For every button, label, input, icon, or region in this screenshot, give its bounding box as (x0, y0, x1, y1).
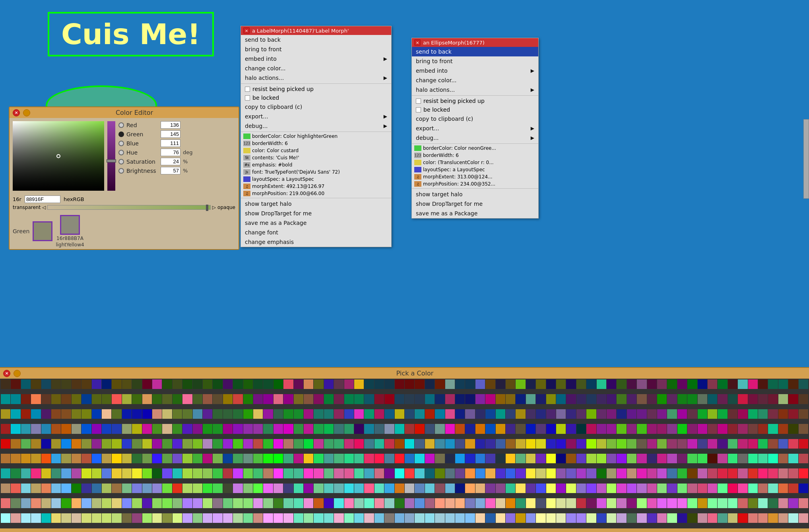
color-cell[interactable] (213, 409, 222, 419)
color-cell[interactable] (122, 439, 132, 449)
color-cell[interactable] (536, 454, 545, 463)
color-cell[interactable] (304, 468, 313, 478)
color-cell[interactable] (182, 409, 192, 419)
color-cell[interactable] (243, 394, 253, 404)
color-cell[interactable] (475, 468, 485, 478)
color-cell[interactable] (61, 454, 71, 463)
color-cell[interactable] (41, 409, 51, 419)
color-cell[interactable] (627, 394, 636, 404)
color-cell[interactable] (72, 498, 81, 508)
color-cell[interactable] (728, 409, 737, 419)
ctx-label-change-font[interactable]: change font (241, 228, 391, 237)
color-cell[interactable] (778, 379, 788, 389)
color-cell[interactable] (142, 498, 152, 508)
color-cell[interactable] (788, 379, 798, 389)
color-cell[interactable] (102, 424, 111, 433)
color-cell[interactable] (395, 394, 404, 404)
color-cell[interactable] (21, 439, 31, 449)
color-cell[interactable] (182, 513, 192, 523)
color-cell[interactable] (425, 379, 435, 389)
color-cell[interactable] (193, 409, 202, 419)
color-cell[interactable] (738, 439, 747, 449)
ctx-label-be-locked[interactable]: be locked (241, 93, 391, 102)
color-cell[interactable] (364, 468, 374, 478)
color-cell[interactable] (687, 454, 697, 463)
color-cell[interactable] (758, 484, 768, 493)
color-cell[interactable] (677, 454, 687, 463)
ctx-ellipse-show-droptarget[interactable]: show DropTarget for me (412, 199, 538, 209)
color-cell[interactable] (637, 468, 646, 478)
color-cell[interactable] (617, 394, 626, 404)
color-cell[interactable] (415, 484, 424, 493)
color-cell[interactable] (344, 468, 354, 478)
color-cell[interactable] (324, 498, 334, 508)
color-cell[interactable] (92, 498, 101, 508)
color-cell[interactable] (344, 498, 354, 508)
color-cell[interactable] (283, 484, 293, 493)
color-cell[interactable] (405, 439, 414, 449)
color-cell[interactable] (304, 379, 313, 389)
color-cell[interactable] (294, 424, 303, 433)
color-cell[interactable] (768, 468, 778, 478)
color-cell[interactable] (132, 498, 142, 508)
color-cell[interactable] (475, 379, 485, 389)
color-cell[interactable] (667, 379, 677, 389)
color-cell[interactable] (354, 379, 364, 389)
color-cell[interactable] (465, 409, 475, 419)
color-cell[interactable] (617, 513, 626, 523)
color-cell[interactable] (182, 484, 192, 493)
color-cell[interactable] (384, 409, 394, 419)
color-cell[interactable] (122, 379, 132, 389)
color-cell[interactable] (102, 409, 111, 419)
color-cell[interactable] (1, 468, 10, 478)
color-cell[interactable] (778, 498, 788, 508)
color-cell[interactable] (152, 513, 162, 523)
color-cell[interactable] (728, 454, 737, 463)
color-cell[interactable] (334, 454, 343, 463)
color-cell[interactable] (677, 379, 687, 389)
color-cell[interactable] (718, 439, 727, 449)
color-cell[interactable] (364, 498, 374, 508)
color-cell[interactable] (556, 439, 566, 449)
color-cell[interactable] (485, 424, 495, 433)
ctx-ellipse-bring-to-front[interactable]: bring to front (412, 56, 538, 66)
color-cell[interactable] (1, 439, 10, 449)
color-cell[interactable] (445, 484, 455, 493)
color-cell[interactable] (253, 394, 263, 404)
color-cell[interactable] (637, 379, 646, 389)
color-cell[interactable] (263, 424, 273, 433)
color-cell[interactable] (374, 379, 384, 389)
color-cell[interactable] (465, 439, 475, 449)
color-cell[interactable] (748, 498, 758, 508)
color-cell[interactable] (374, 468, 384, 478)
color-cell[interactable] (314, 394, 323, 404)
color-cell[interactable] (647, 409, 657, 419)
color-cell[interactable] (122, 468, 132, 478)
color-cell[interactable] (344, 454, 354, 463)
color-cell[interactable] (173, 379, 182, 389)
color-cell[interactable] (384, 468, 394, 478)
color-cell[interactable] (778, 513, 788, 523)
color-cell[interactable] (193, 498, 202, 508)
color-cell[interactable] (485, 394, 495, 404)
color-cell[interactable] (11, 439, 20, 449)
color-cell[interactable] (223, 454, 233, 463)
color-cell[interactable] (566, 498, 576, 508)
color-cell[interactable] (152, 439, 162, 449)
color-cell[interactable] (152, 454, 162, 463)
color-cell[interactable] (597, 379, 606, 389)
color-cell[interactable] (516, 379, 525, 389)
color-cell[interactable] (193, 439, 202, 449)
blue-input[interactable] (161, 139, 180, 147)
color-cell[interactable] (253, 468, 263, 478)
color-cell[interactable] (506, 513, 515, 523)
color-cell[interactable] (364, 409, 374, 419)
color-cell[interactable] (81, 468, 91, 478)
color-cell[interactable] (576, 379, 586, 389)
color-cell[interactable] (698, 409, 707, 419)
color-cell[interactable] (173, 439, 182, 449)
color-cell[interactable] (526, 439, 535, 449)
saturation-input[interactable] (161, 158, 180, 165)
color-cell[interactable] (51, 513, 61, 523)
color-cell[interactable] (283, 379, 293, 389)
